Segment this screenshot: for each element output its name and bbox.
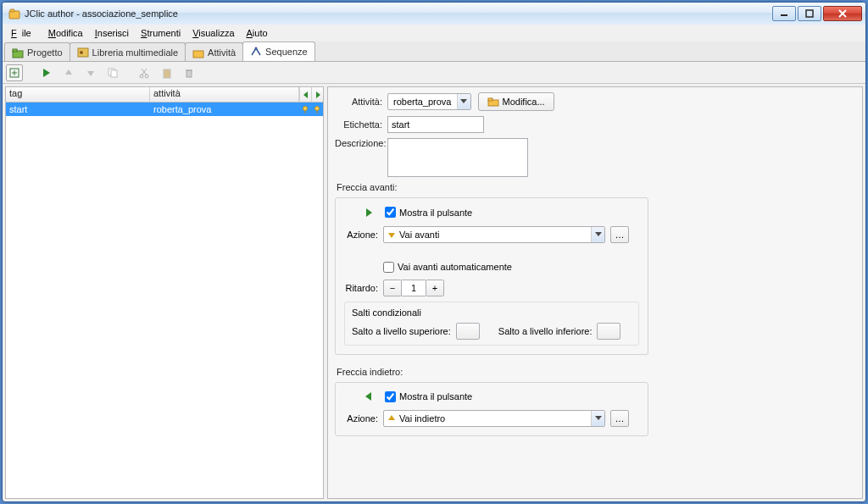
tabbar: Progetto Libreria multimediale Attività … bbox=[3, 42, 865, 62]
svg-marker-40 bbox=[388, 415, 395, 420]
forward-action-label: Azione: bbox=[344, 230, 378, 240]
nav-prev-icon[interactable] bbox=[299, 87, 311, 102]
col-activity[interactable]: attività bbox=[150, 87, 299, 102]
app-window: JClic author - associazione_semplice Fil… bbox=[2, 2, 866, 502]
forward-show-label: Mostra il pulsante bbox=[399, 208, 472, 218]
forward-action-combo[interactable]: Vai avanti bbox=[383, 226, 605, 243]
svg-marker-16 bbox=[65, 69, 72, 75]
move-down-button[interactable] bbox=[82, 64, 99, 81]
forward-action-more-button[interactable]: … bbox=[610, 226, 629, 243]
down-arrow-icon bbox=[387, 230, 396, 239]
col-tag[interactable]: tag bbox=[6, 87, 150, 102]
sequence-list: tag attività start roberta_prova bbox=[5, 86, 324, 499]
forward-legend: Freccia avanti: bbox=[337, 182, 855, 192]
dropdown-arrow-icon bbox=[457, 94, 470, 109]
forward-auto-label: Vai avanti automaticamente bbox=[398, 262, 512, 272]
menu-aiuto[interactable]: Aiuto bbox=[242, 26, 273, 40]
row-activity: roberta_prova bbox=[150, 104, 299, 114]
activity-icon bbox=[192, 47, 204, 58]
svg-point-11 bbox=[255, 47, 258, 50]
move-up-button[interactable] bbox=[60, 64, 77, 81]
content-area: tag attività start roberta_prova Attivit… bbox=[3, 84, 865, 501]
dropdown-arrow-icon bbox=[591, 227, 604, 242]
nav-next-icon[interactable] bbox=[311, 87, 323, 102]
forward-show-checkbox[interactable] bbox=[385, 207, 396, 218]
list-header: tag attività bbox=[6, 87, 323, 102]
titlebar: JClic author - associazione_semplice bbox=[3, 3, 865, 25]
menubar: File Modifica Inserisci Strumenti Visual… bbox=[3, 25, 865, 42]
jump-down-label: Salto a livello inferiore: bbox=[498, 326, 593, 336]
close-button[interactable] bbox=[823, 6, 862, 21]
svg-marker-41 bbox=[595, 416, 602, 420]
table-row[interactable]: start roberta_prova bbox=[6, 102, 323, 116]
svg-rect-3 bbox=[806, 10, 813, 17]
minimize-button[interactable] bbox=[772, 6, 796, 21]
tab-libreria[interactable]: Libreria multimediale bbox=[70, 42, 186, 61]
jump-up-label: Salto a livello superiore: bbox=[352, 326, 451, 336]
modify-button[interactable]: Modifica... bbox=[478, 92, 554, 111]
cond-header: Salti condizionali bbox=[352, 307, 632, 318]
svg-marker-39 bbox=[365, 392, 371, 401]
menu-visualizza[interactable]: Visualizza bbox=[187, 26, 239, 40]
svg-marker-28 bbox=[316, 91, 320, 98]
svg-rect-10 bbox=[193, 51, 203, 58]
jump-down-button[interactable] bbox=[597, 323, 620, 340]
conditional-jumps: Salti condizionali Salto a livello super… bbox=[344, 302, 639, 346]
window-title: JClic author - associazione_semplice bbox=[25, 8, 772, 19]
svg-rect-19 bbox=[111, 70, 117, 77]
svg-marker-36 bbox=[366, 208, 372, 217]
delay-input[interactable] bbox=[402, 280, 426, 296]
tab-sequenze[interactable]: Sequenze bbox=[242, 42, 315, 61]
play-button[interactable] bbox=[38, 64, 55, 81]
forward-group: Mostra il pulsante Azione: Vai avanti … bbox=[335, 197, 648, 355]
media-icon bbox=[77, 47, 89, 58]
delete-button[interactable] bbox=[181, 64, 198, 81]
svg-marker-17 bbox=[87, 71, 94, 76]
svg-point-9 bbox=[80, 51, 83, 54]
pin-icon bbox=[299, 105, 311, 114]
cut-button[interactable] bbox=[136, 64, 153, 81]
svg-marker-15 bbox=[43, 69, 50, 77]
descrizione-input[interactable] bbox=[387, 138, 528, 177]
svg-point-29 bbox=[303, 107, 308, 111]
maximize-button[interactable] bbox=[798, 6, 821, 21]
back-show-checkbox[interactable] bbox=[385, 391, 396, 402]
menu-strumenti[interactable]: Strumenti bbox=[136, 26, 186, 40]
paste-button[interactable] bbox=[159, 64, 175, 81]
svg-point-31 bbox=[315, 107, 320, 111]
copy-button[interactable] bbox=[104, 64, 121, 81]
svg-rect-1 bbox=[10, 9, 14, 12]
toolbar bbox=[3, 62, 865, 84]
forward-auto-checkbox[interactable] bbox=[383, 262, 394, 273]
folder-icon bbox=[487, 97, 499, 107]
descrizione-label: Descrizione: bbox=[335, 138, 382, 148]
menu-file[interactable]: File bbox=[6, 26, 42, 40]
delay-label: Ritardo: bbox=[344, 283, 378, 293]
activity-label: Attività: bbox=[335, 97, 382, 107]
jump-up-button[interactable] bbox=[456, 323, 480, 340]
back-legend: Freccia indietro: bbox=[337, 367, 855, 377]
menu-modifica[interactable]: Modifica bbox=[43, 26, 88, 40]
menu-inserisci[interactable]: Inserisci bbox=[90, 26, 134, 40]
back-action-more-button[interactable]: … bbox=[610, 410, 629, 427]
back-arrow-icon bbox=[364, 391, 373, 402]
svg-marker-38 bbox=[595, 232, 602, 236]
back-show-label: Mostra il pulsante bbox=[399, 391, 472, 402]
activity-combo[interactable]: roberta_prova bbox=[387, 93, 471, 110]
back-action-combo[interactable]: Vai indietro bbox=[383, 410, 605, 427]
delay-plus-button[interactable]: + bbox=[426, 280, 444, 296]
etichetta-input[interactable] bbox=[387, 116, 484, 133]
window-buttons bbox=[772, 6, 862, 21]
back-action-label: Azione: bbox=[344, 413, 378, 424]
forward-arrow-icon bbox=[364, 208, 373, 218]
delay-minus-button[interactable]: − bbox=[383, 280, 402, 296]
svg-rect-35 bbox=[488, 98, 492, 101]
svg-marker-27 bbox=[303, 91, 308, 98]
svg-rect-25 bbox=[186, 70, 192, 77]
insert-button[interactable] bbox=[6, 64, 23, 81]
row-tag: start bbox=[6, 104, 150, 114]
tab-attivita[interactable]: Attività bbox=[185, 42, 243, 61]
properties-pane: Attività: roberta_prova Modifica... Etic… bbox=[327, 86, 863, 499]
pin-icon bbox=[311, 105, 323, 114]
tab-progetto[interactable]: Progetto bbox=[4, 42, 70, 61]
